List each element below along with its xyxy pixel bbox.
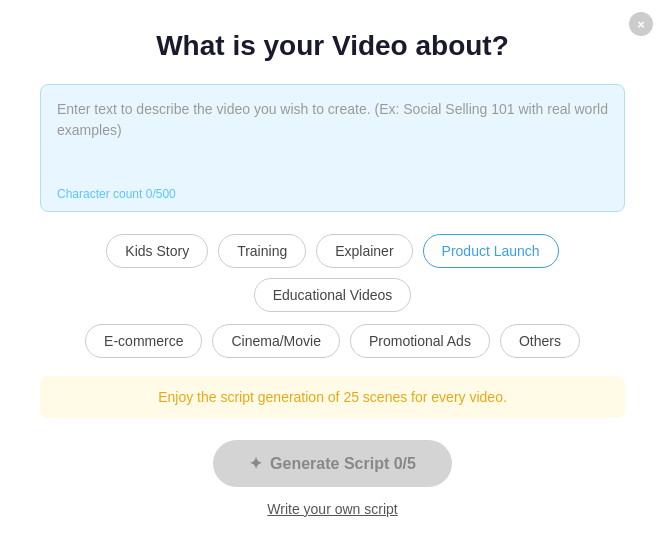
video-description-input[interactable]: [57, 99, 608, 179]
char-count-label: Character count 0/500: [57, 187, 608, 201]
generate-btn-label: Generate Script 0/5: [270, 455, 416, 473]
page-title: What is your Video about?: [156, 30, 509, 62]
modal-container: × What is your Video about? Character co…: [0, 0, 665, 553]
write-own-script-link[interactable]: Write your own script: [267, 501, 397, 517]
tags-section: Kids Story Training Explainer Product La…: [40, 234, 625, 358]
tag-ecommerce[interactable]: E-commerce: [85, 324, 202, 358]
tags-row-1: Kids Story Training Explainer Product La…: [40, 234, 625, 312]
tag-others[interactable]: Others: [500, 324, 580, 358]
tag-explainer[interactable]: Explainer: [316, 234, 412, 268]
textarea-wrapper: Character count 0/500: [40, 84, 625, 212]
tag-product-launch[interactable]: Product Launch: [423, 234, 559, 268]
generate-script-button[interactable]: ✦ Generate Script 0/5: [213, 440, 452, 487]
close-button[interactable]: ×: [629, 12, 653, 36]
info-banner-text: Enjoy the script generation of 25 scenes…: [158, 389, 507, 405]
tag-cinema-movie[interactable]: Cinema/Movie: [212, 324, 339, 358]
tag-kids-story[interactable]: Kids Story: [106, 234, 208, 268]
tags-row-2: E-commerce Cinema/Movie Promotional Ads …: [40, 324, 625, 358]
info-banner: Enjoy the script generation of 25 scenes…: [40, 376, 625, 418]
tag-promotional-ads[interactable]: Promotional Ads: [350, 324, 490, 358]
generate-icon: ✦: [249, 454, 262, 473]
tag-educational-videos[interactable]: Educational Videos: [254, 278, 412, 312]
tag-training[interactable]: Training: [218, 234, 306, 268]
